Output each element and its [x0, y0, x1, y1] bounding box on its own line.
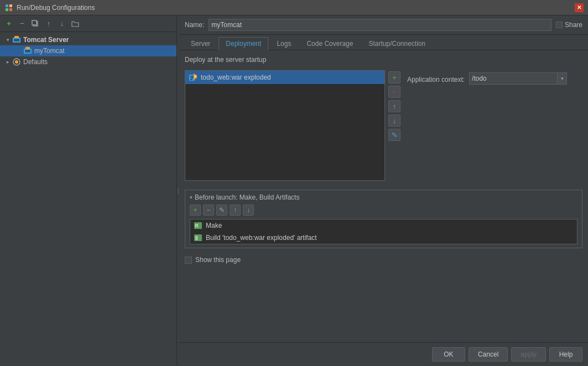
svg-rect-2 [6, 8, 8, 11]
bl-item-build-artifact[interactable]: B Build 'todo_web:war exploded' artifact [190, 232, 577, 244]
move-down-button[interactable]: ↓ [56, 18, 67, 29]
tab-server[interactable]: Server [184, 37, 217, 50]
help-button[interactable]: Help [549, 347, 582, 362]
build-artifact-icon: B [194, 233, 202, 242]
svg-rect-0 [6, 4, 8, 7]
tomcat-server-label: Tomcat Server [23, 36, 69, 44]
app-context-input[interactable] [469, 72, 557, 85]
expand-placeholder [15, 48, 22, 54]
svg-rect-10 [25, 50, 30, 53]
bottom-bar: OK Cancel apply Help [179, 342, 588, 366]
bl-add-button[interactable]: + [190, 205, 201, 216]
svg-rect-8 [14, 36, 19, 38]
tab-deployment[interactable]: Deployment [218, 37, 268, 50]
bl-remove-button[interactable]: − [203, 205, 214, 216]
title-bar: Run/Debug Configurations ✕ [0, 0, 588, 15]
before-launch-expand-icon[interactable]: ▾ [190, 195, 192, 200]
copy-config-button[interactable] [30, 18, 41, 29]
app-icon [4, 3, 13, 12]
show-page-row: Show this page [185, 253, 582, 267]
content-area: Deploy at the server startup [179, 50, 588, 342]
window-controls: ✕ [575, 3, 584, 12]
deploy-item-text: todo_web:war exploded [201, 74, 271, 81]
app-context-section: Application context: ▾ [407, 70, 567, 85]
right-panel: Name: Share Server Deployment Logs Code … [179, 15, 588, 366]
deploy-section-label: Deploy at the server startup [185, 56, 582, 64]
defaults-label: Defaults [23, 58, 48, 66]
move-up-button[interactable]: ↑ [43, 18, 54, 29]
before-launch-toolbar: + − ✎ ↑ ↓ [190, 205, 577, 216]
svg-point-13 [15, 60, 18, 64]
mytomcat-icon [23, 46, 32, 55]
before-launch-header: ▾ Before launch: Make, Build Artifacts [190, 194, 577, 201]
deploy-main-row: todo_web:war exploded + − ↑ ↓ ✎ [185, 70, 582, 181]
app-context-label: Application context: [407, 74, 465, 83]
ok-button[interactable]: OK [432, 347, 465, 362]
deploy-remove-button[interactable]: − [388, 86, 400, 98]
mytomcat-label: myTomcat [34, 47, 65, 55]
bl-up-button[interactable]: ↑ [230, 205, 241, 216]
show-page-label: Show this page [195, 256, 241, 264]
remove-config-button[interactable]: − [17, 18, 28, 29]
svg-rect-1 [9, 4, 12, 7]
left-panel: + − ↑ ↓ ▾ [0, 15, 177, 366]
tab-startup-connection[interactable]: Startup/Connection [361, 37, 433, 50]
name-label: Name: [185, 21, 204, 29]
deploy-list: todo_web:war exploded [185, 70, 385, 181]
deploy-side-buttons: + − ↑ ↓ ✎ [388, 70, 400, 181]
bl-edit-button[interactable]: ✎ [216, 205, 227, 216]
deploy-column: todo_web:war exploded + − ↑ ↓ ✎ [185, 70, 400, 181]
divider-indicator [178, 188, 179, 194]
deploy-add-button[interactable]: + [388, 71, 400, 83]
deploy-edit-button[interactable]: ✎ [388, 129, 400, 141]
show-page-checkbox[interactable] [185, 257, 192, 264]
close-button[interactable]: ✕ [575, 3, 584, 12]
tree-item-defaults[interactable]: ▸ Defaults [0, 56, 176, 67]
name-bar: Name: Share [179, 15, 588, 35]
defaults-expand-icon: ▸ [4, 59, 11, 65]
bl-item-make[interactable]: M Make [190, 219, 577, 232]
deploy-list-row: todo_web:war exploded + − ↑ ↓ ✎ [185, 70, 400, 181]
svg-rect-3 [9, 8, 12, 11]
share-checkbox[interactable] [556, 22, 563, 28]
war-exploded-icon [189, 73, 197, 82]
apply-button[interactable]: apply [511, 347, 546, 362]
window-title: Run/Debug Configurations [17, 4, 584, 12]
svg-rect-15 [190, 76, 194, 77]
deploy-down-button[interactable]: ↓ [388, 114, 400, 127]
deploy-up-button[interactable]: ↑ [388, 100, 400, 112]
main-container: + − ↑ ↓ ▾ [0, 15, 588, 366]
before-launch-section: ▾ Before launch: Make, Build Artifacts +… [185, 190, 582, 248]
tomcat-server-icon [12, 35, 21, 44]
cancel-button[interactable]: Cancel [469, 347, 508, 362]
name-input[interactable] [209, 19, 551, 31]
svg-text:M: M [195, 224, 198, 229]
share-area: Share [556, 21, 582, 29]
folder-button[interactable] [70, 18, 81, 29]
tree-item-mytomcat[interactable]: myTomcat [0, 45, 176, 56]
make-icon: M [194, 221, 202, 230]
svg-rect-17 [190, 79, 192, 80]
config-tree: ▾ Tomcat Server [0, 32, 176, 366]
defaults-icon [12, 57, 21, 66]
deploy-item-war-exploded[interactable]: todo_web:war exploded [185, 71, 384, 84]
tab-logs[interactable]: Logs [269, 37, 298, 50]
app-context-input-wrap: ▾ [469, 72, 567, 85]
svg-text:B: B [195, 236, 198, 241]
add-config-button[interactable]: + [3, 18, 14, 29]
svg-rect-7 [14, 39, 19, 41]
config-toolbar: + − ↑ ↓ [0, 15, 176, 32]
svg-rect-11 [25, 47, 30, 49]
before-launch-title: Before launch: Make, Build Artifacts [195, 194, 299, 201]
tabs-bar: Server Deployment Logs Code Coverage Sta… [179, 35, 588, 50]
tree-group-tomcat[interactable]: ▾ Tomcat Server [0, 34, 176, 45]
bl-down-button[interactable]: ↓ [243, 205, 254, 216]
share-label: Share [565, 21, 582, 29]
bl-make-text: Make [206, 222, 222, 229]
tab-code-coverage[interactable]: Code Coverage [299, 37, 360, 50]
svg-rect-5 [32, 20, 37, 25]
app-context-row: Application context: ▾ [407, 70, 567, 85]
app-context-dropdown-button[interactable]: ▾ [557, 72, 567, 85]
before-launch-list: M Make B Build 'todo_web:war exploded [190, 219, 577, 244]
svg-rect-16 [190, 77, 194, 79]
